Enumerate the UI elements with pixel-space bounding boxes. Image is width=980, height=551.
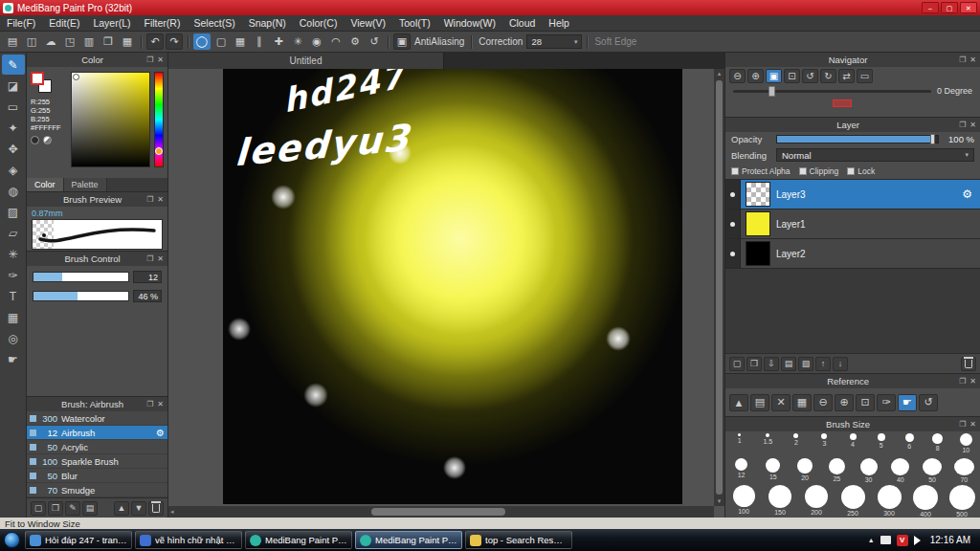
brush-size-option[interactable]: 150 bbox=[762, 483, 798, 518]
move-layer-up-icon[interactable]: ↑ bbox=[815, 357, 831, 371]
select-rect-tool[interactable]: ▭ bbox=[2, 97, 25, 117]
menu-layer[interactable]: Layer(L) bbox=[86, 15, 137, 31]
menu-file[interactable]: File(F) bbox=[0, 15, 42, 31]
menu-color[interactable]: Color(C) bbox=[293, 15, 345, 31]
ref-folder-icon[interactable]: ▤ bbox=[750, 394, 769, 411]
taskbar-item-2[interactable]: vẽ hình chữ nhật có ... bbox=[135, 531, 242, 549]
panel-close-icon[interactable]: ✕ bbox=[157, 400, 164, 408]
panel-close-icon[interactable]: ✕ bbox=[969, 377, 976, 386]
move-layer-down-icon[interactable]: ↓ bbox=[833, 357, 848, 371]
lasso-select-tool[interactable]: ▱ bbox=[2, 223, 25, 243]
add-brush-icon[interactable]: ▢ bbox=[31, 501, 46, 516]
sv-cursor[interactable] bbox=[73, 74, 79, 80]
brush-size-option[interactable]: 400 bbox=[907, 483, 944, 518]
menu-filter[interactable]: Filter(R) bbox=[138, 15, 188, 31]
hscroll-thumb[interactable] bbox=[371, 508, 505, 516]
panel-close-icon[interactable]: ✕ bbox=[969, 121, 976, 129]
layer-folder-icon[interactable]: ▤ bbox=[781, 357, 796, 371]
opacity-slider[interactable] bbox=[776, 135, 939, 143]
merge-layer-icon[interactable]: ⇩ bbox=[764, 357, 779, 371]
blending-select[interactable]: Normal ▾ bbox=[776, 148, 974, 162]
panel-close-icon[interactable]: ✕ bbox=[969, 420, 976, 429]
actual-size-icon[interactable]: ⊡ bbox=[784, 69, 800, 83]
foreground-color-swatch[interactable] bbox=[31, 72, 44, 85]
brush-size-option[interactable]: 3 bbox=[811, 431, 839, 456]
delete-layer-icon[interactable] bbox=[961, 357, 976, 371]
rotation-slider-handle[interactable] bbox=[768, 86, 775, 97]
rotate-cw-icon[interactable]: ↻ bbox=[820, 69, 836, 83]
close-button[interactable]: ✕ bbox=[960, 2, 977, 13]
color-swatches[interactable] bbox=[31, 72, 56, 95]
undo-icon[interactable]: ↶ bbox=[146, 33, 164, 50]
new-canvas-icon[interactable]: ▤ bbox=[4, 33, 21, 50]
brush-item-smudge[interactable]: 70 Smudge bbox=[27, 483, 167, 497]
taskbar-clock[interactable]: 12:16 AM bbox=[926, 535, 974, 545]
brush-size-option[interactable]: 30 bbox=[853, 456, 884, 483]
wand-select-tool[interactable]: ✦ bbox=[2, 118, 25, 138]
menu-view[interactable]: View(V) bbox=[344, 15, 392, 31]
brush-size-option[interactable]: 15 bbox=[757, 456, 789, 483]
add-layer-icon[interactable]: ▢ bbox=[729, 357, 745, 371]
rotate-ccw-icon[interactable]: ↺ bbox=[802, 69, 818, 83]
duplicate-layer-icon[interactable]: ❐ bbox=[746, 357, 762, 371]
menu-help[interactable]: Help bbox=[542, 15, 576, 31]
clipping-checkbox[interactable]: Clipping bbox=[799, 166, 839, 176]
visibility-toggle[interactable] bbox=[725, 180, 741, 209]
delete-brush-icon[interactable] bbox=[148, 501, 164, 516]
brush-size-option[interactable]: 250 bbox=[835, 483, 871, 518]
brush-size-option[interactable]: 1.5 bbox=[754, 431, 783, 456]
brush-size-option[interactable]: 4 bbox=[838, 431, 867, 456]
visibility-toggle[interactable] bbox=[725, 239, 741, 268]
vanishing-snap-icon[interactable]: ✳ bbox=[289, 33, 306, 50]
tab-color[interactable]: Color bbox=[27, 178, 64, 191]
panel-popout-icon[interactable]: ❐ bbox=[959, 55, 966, 64]
save-icon[interactable]: ◫ bbox=[23, 33, 40, 50]
document-tab[interactable]: Untitled bbox=[168, 53, 444, 69]
brush-down-icon[interactable]: ▼ bbox=[131, 501, 146, 516]
text-tool[interactable]: T bbox=[2, 286, 25, 306]
brush-item-watercolor[interactable]: 300 Watercolor bbox=[27, 411, 167, 426]
taskbar-item-3[interactable]: MediBang Paint Pro ... bbox=[245, 531, 352, 549]
vscroll-thumb[interactable] bbox=[716, 80, 723, 495]
brush-size-option[interactable]: 500 bbox=[944, 483, 980, 518]
brush-size-option[interactable]: 50 bbox=[917, 456, 948, 483]
brush-item-sparkle[interactable]: 100 Sparkle Brush bbox=[27, 454, 167, 469]
scroll-down-icon[interactable]: ▾ bbox=[716, 496, 724, 506]
brush-item-acrylic[interactable]: 50 Acrylic bbox=[27, 440, 167, 454]
redo-icon[interactable]: ↷ bbox=[166, 33, 183, 50]
brush-size-option[interactable]: 8 bbox=[924, 431, 952, 456]
ref-checker-icon[interactable]: ▦ bbox=[792, 394, 812, 411]
ref-actual-size-icon[interactable]: ⊡ bbox=[856, 394, 875, 411]
brush-size-option[interactable]: 5 bbox=[867, 431, 896, 456]
unikey-icon[interactable]: V bbox=[897, 535, 908, 546]
horizontal-scrollbar[interactable]: ◂ bbox=[168, 506, 714, 518]
ref-hand-icon[interactable]: ☛ bbox=[898, 394, 917, 411]
hand-tool[interactable]: ☛ bbox=[2, 349, 25, 369]
protect-alpha-checkbox[interactable]: Protect Alpha bbox=[731, 166, 791, 176]
lock-checkbox[interactable]: Lock bbox=[847, 166, 875, 176]
taskbar-item-4[interactable]: MediBang Paint Pro ... bbox=[355, 531, 462, 549]
taskbar-item-1[interactable]: Hỏi đáp 247 - trang t... bbox=[25, 531, 132, 549]
snap-settings-icon[interactable]: ⚙ bbox=[346, 33, 364, 50]
brush-settings-icon[interactable]: ⚙ bbox=[156, 428, 165, 438]
brush-circle-icon[interactable]: ◯ bbox=[193, 33, 211, 50]
layer-item-layer3[interactable]: Layer3 ⚙ bbox=[725, 180, 980, 209]
panel-popout-icon[interactable]: ❐ bbox=[146, 55, 153, 64]
minimize-button[interactable]: – bbox=[922, 2, 939, 13]
move-tool[interactable]: ✥ bbox=[2, 139, 25, 159]
cloud-icon[interactable]: ☁ bbox=[42, 33, 59, 50]
brush-size-option[interactable]: 2 bbox=[782, 431, 811, 456]
reset-rotation-icon[interactable]: ⇄ bbox=[838, 69, 855, 83]
layer-settings-icon[interactable]: ⚙ bbox=[962, 187, 980, 201]
transfer-layer-icon[interactable]: ▧ bbox=[798, 357, 813, 371]
panel-close-icon[interactable]: ✕ bbox=[157, 195, 164, 204]
brush-size-option[interactable]: 40 bbox=[884, 456, 916, 483]
ref-eyedropper-icon[interactable]: ✑ bbox=[877, 394, 896, 411]
tab-palette[interactable]: Palette bbox=[64, 178, 107, 191]
navigator-view-rect[interactable] bbox=[833, 99, 852, 107]
brush-item-airbrush[interactable]: 12 Airbrush ⚙ bbox=[27, 426, 167, 440]
cross-snap-icon[interactable]: ✚ bbox=[270, 33, 287, 50]
menu-tool[interactable]: Tool(T) bbox=[392, 15, 437, 31]
material-icon[interactable]: ▦ bbox=[119, 33, 136, 50]
taskbar-item-5[interactable]: top - Search Results i... bbox=[465, 531, 572, 549]
